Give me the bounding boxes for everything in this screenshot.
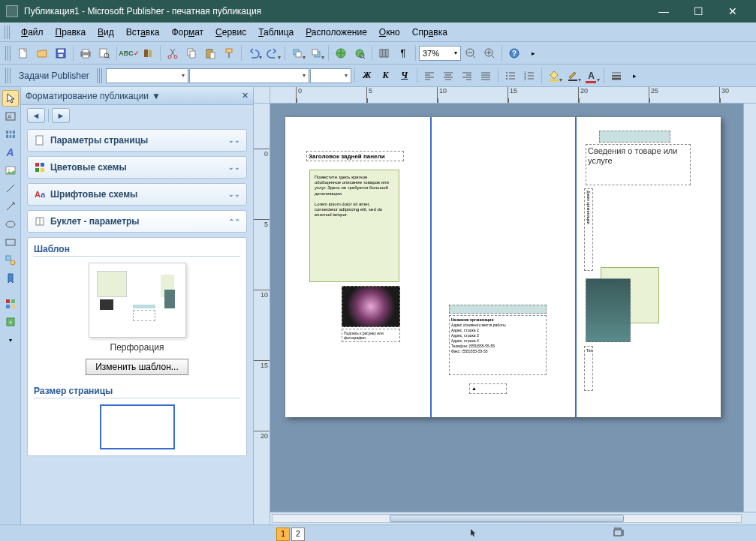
rectangle-tool[interactable] xyxy=(2,234,19,251)
horizontal-scrollbar[interactable] xyxy=(272,514,742,523)
org-info[interactable]: Название организацииАдрес основного мест… xyxy=(449,315,547,375)
taskpane-close[interactable]: ✕ xyxy=(242,91,248,101)
toolbar-options-button[interactable]: ▸ xyxy=(524,44,542,62)
front-title[interactable]: Сведения о товаре или услуге xyxy=(586,144,691,185)
new-button[interactable] xyxy=(14,44,32,62)
toolbar-options-2-button[interactable]: ▸ xyxy=(626,67,644,85)
taskpane-toggle[interactable]: Задачи Publisher xyxy=(14,71,94,81)
paste-button[interactable] xyxy=(201,44,219,62)
image-caption[interactable]: Подпись к рисунку или фотографии. xyxy=(342,329,400,342)
toolbar-grip[interactable] xyxy=(5,46,11,61)
ruler-vertical[interactable]: 0 5 10 15 20 xyxy=(254,104,270,524)
fill-color-button[interactable]: ▾ xyxy=(545,67,563,85)
phone-vertical[interactable]: Тел. xyxy=(584,346,593,391)
font-combo[interactable]: ▾ xyxy=(189,68,309,83)
content-library-tool[interactable]: + xyxy=(2,314,19,330)
columns-button[interactable] xyxy=(375,44,393,62)
webpage-preview-button[interactable] xyxy=(332,44,350,62)
org-accent[interactable] xyxy=(449,305,547,314)
toolbar-expand[interactable]: ▾ xyxy=(2,332,19,348)
zoom-in-button[interactable] xyxy=(480,44,498,62)
line-style-button[interactable] xyxy=(607,67,625,85)
section-color-schemes[interactable]: Цветовые схемы ⌄⌄ xyxy=(27,156,247,179)
menu-arrange[interactable]: Расположение xyxy=(300,25,373,40)
align-left-button[interactable] xyxy=(420,67,438,85)
menu-edit[interactable]: Правка xyxy=(50,25,92,40)
menu-format[interactable]: Формат xyxy=(165,25,209,40)
copy-button[interactable] xyxy=(182,44,200,62)
taskpane-back-button[interactable]: ◄ xyxy=(27,108,45,123)
section-booklet[interactable]: Буклет - параметры ⌄⌄ xyxy=(27,210,247,233)
italic-button[interactable]: К xyxy=(377,68,395,84)
undo-button[interactable]: ▾ xyxy=(245,44,263,62)
open-button[interactable] xyxy=(33,44,51,62)
publication-page[interactable]: Заголовок задней панели Поместите здесь … xyxy=(285,117,721,417)
change-template-button[interactable]: Изменить шаблон... xyxy=(86,359,188,375)
print-button[interactable] xyxy=(77,44,95,62)
section-font-schemes[interactable]: Aa Шрифтовые схемы ⌄⌄ xyxy=(27,183,247,206)
bold-button[interactable]: Ж xyxy=(358,68,376,84)
select-tool[interactable] xyxy=(2,90,19,107)
hscroll-thumb[interactable] xyxy=(390,515,624,522)
textbox-tool[interactable]: A xyxy=(2,108,19,125)
align-center-button[interactable] xyxy=(439,67,457,85)
page-size-thumbnail[interactable] xyxy=(100,404,175,449)
print-preview-button[interactable] xyxy=(95,44,113,62)
bring-front-button[interactable]: ▾ xyxy=(288,44,306,62)
special-chars-button[interactable]: ¶ xyxy=(394,44,412,62)
zoom-combo[interactable]: 37%▾ xyxy=(419,46,461,61)
template-thumbnail[interactable] xyxy=(89,263,186,338)
fontsize-combo[interactable]: ▾ xyxy=(310,68,351,83)
cut-button[interactable] xyxy=(164,44,182,62)
ruler-horizontal[interactable]: 0 5 10 15 20 25 30 xyxy=(270,87,756,104)
back-panel-body[interactable]: Поместите здесь краткое обобщенное описа… xyxy=(309,170,399,282)
menu-help[interactable]: Справка xyxy=(406,25,453,40)
maximize-button[interactable]: ☐ xyxy=(681,0,715,23)
menu-view[interactable]: Вид xyxy=(92,25,120,40)
save-button[interactable] xyxy=(52,44,70,62)
send-back-button[interactable]: ▾ xyxy=(307,44,325,62)
menu-table[interactable]: Таблица xyxy=(252,25,300,40)
taskpane-dropdown-icon[interactable]: ▼ xyxy=(152,91,161,101)
redo-button[interactable]: ▾ xyxy=(264,44,282,62)
format-painter-button[interactable] xyxy=(220,44,238,62)
vertical-scrollbar[interactable] xyxy=(743,104,756,512)
wordart-tool[interactable]: A xyxy=(2,144,19,161)
align-right-button[interactable] xyxy=(458,67,476,85)
hyperlink-button[interactable] xyxy=(351,44,369,62)
zoom-out-button[interactable] xyxy=(462,44,480,62)
page-tab-1[interactable]: 1 xyxy=(276,527,290,541)
front-accent[interactable] xyxy=(599,131,670,143)
design-gallery-tool[interactable] xyxy=(2,296,19,312)
arrow-tool[interactable] xyxy=(2,198,19,215)
menubar-grip[interactable] xyxy=(5,26,11,39)
slogan-vertical[interactable]: Девиз организации xyxy=(584,188,593,271)
underline-button[interactable]: Ч xyxy=(396,68,414,84)
bookmark-tool[interactable] xyxy=(2,270,19,287)
page-tab-2[interactable]: 2 xyxy=(291,527,305,541)
research-button[interactable] xyxy=(139,44,157,62)
help-button[interactable]: ? xyxy=(505,44,523,62)
line-color-button[interactable]: ▾ xyxy=(564,67,582,85)
picture-tool[interactable] xyxy=(2,162,19,179)
menu-insert[interactable]: Вставка xyxy=(120,25,166,40)
section-page-options[interactable]: Параметры страницы ⌄⌄ xyxy=(27,129,247,152)
bullets-button[interactable] xyxy=(501,67,520,85)
style-combo[interactable]: ▾ xyxy=(106,68,188,83)
canvas-scroll[interactable]: Заголовок задней панели Поместите здесь … xyxy=(270,104,743,512)
minimize-button[interactable]: — xyxy=(646,0,681,23)
numbering-button[interactable]: 123 xyxy=(520,67,538,85)
align-justify-button[interactable] xyxy=(477,67,495,85)
door-image[interactable] xyxy=(586,278,631,342)
format-toolbar-grip-2[interactable] xyxy=(97,68,103,83)
menu-file[interactable]: Файл xyxy=(15,25,50,40)
oval-tool[interactable] xyxy=(2,216,19,233)
flower-image[interactable] xyxy=(342,286,400,327)
line-tool[interactable] xyxy=(2,180,19,197)
menu-tools[interactable]: Сервис xyxy=(209,25,252,40)
close-button[interactable]: ✕ xyxy=(715,0,750,23)
format-toolbar-grip[interactable] xyxy=(5,68,11,83)
table-tool[interactable] xyxy=(2,126,19,143)
font-color-button[interactable]: A▾ xyxy=(583,67,601,85)
menu-window[interactable]: Окно xyxy=(373,25,406,40)
